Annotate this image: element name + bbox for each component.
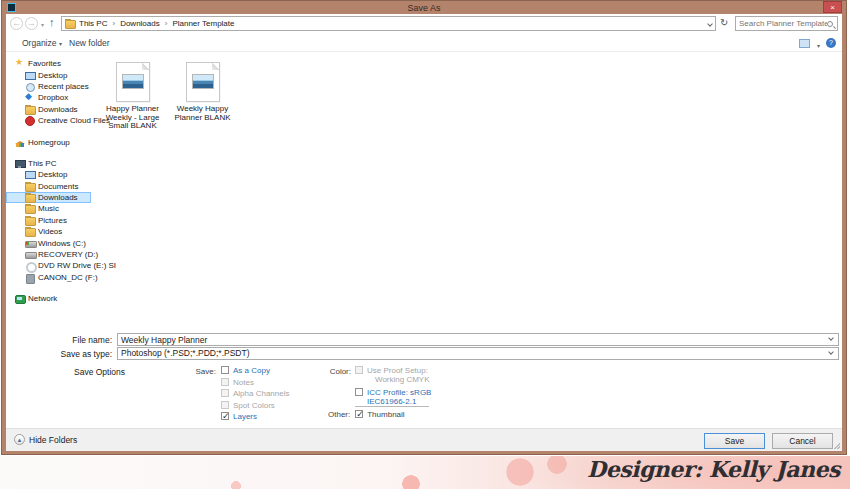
sidebar-item-label: Desktop <box>38 170 67 179</box>
network-icon <box>15 294 25 303</box>
sidebar-item-downloads-selected[interactable]: Downloads <box>6 192 91 203</box>
save-as-type-dropdown[interactable]: Photoshop (*.PSD;*.PDD;*.PSDT) <box>117 347 839 360</box>
sidebar-item-music[interactable]: Music <box>6 203 91 214</box>
hide-folders-button[interactable]: ▲ Hide Folders <box>14 434 77 445</box>
sidebar-item-desktop[interactable]: Desktop <box>6 69 91 80</box>
checkbox-icon <box>221 378 229 386</box>
sidebar-item-recovery-d[interactable]: RECOVERY (D:) <box>6 249 91 260</box>
page-fold-icon <box>142 63 149 70</box>
psd-file-icon <box>116 62 150 102</box>
history-dropdown-icon[interactable]: ▾ <box>41 21 44 28</box>
sidebar-section-homegroup[interactable]: Homegroup <box>6 136 91 147</box>
checkbox-icon[interactable] <box>221 412 229 420</box>
address-bar[interactable]: This PC › Downloads › Planner Template <box>61 16 716 31</box>
checkbox-layers[interactable]: Layers <box>221 412 257 421</box>
save-as-type-field-label: Save as type: <box>6 349 112 359</box>
sidebar-item-dvd-drive-e[interactable]: DVD RW Drive (E:) SI <box>6 260 91 271</box>
sidebar-item-windows-c[interactable]: Windows (C:) <box>6 237 91 248</box>
search-input[interactable] <box>736 19 827 28</box>
checkbox-icon <box>355 366 363 374</box>
footer-bar: ▲ Hide Folders Save Cancel <box>6 428 842 451</box>
image-thumbnail <box>122 74 144 89</box>
sidebar-item-dropbox[interactable]: Dropbox <box>6 92 91 103</box>
sidebar-item-downloads-favorite[interactable]: Downloads <box>6 104 91 115</box>
sidebar-item-label: Windows (C:) <box>38 239 86 248</box>
star-icon <box>15 59 25 68</box>
checkbox-spot-colors: Spot Colors <box>221 401 275 410</box>
sidebar-item-label: Downloads <box>38 105 78 114</box>
desktop-icon <box>25 170 35 179</box>
sidebar-section-this-pc[interactable]: This PC <box>6 158 91 169</box>
checkbox-label: Alpha Channels <box>233 389 289 398</box>
window-title: Save As <box>2 3 846 13</box>
forward-icon[interactable]: → <box>25 17 38 30</box>
up-icon[interactable]: ↑ <box>49 16 55 28</box>
checkbox-icon <box>221 389 229 397</box>
sidebar-item-pc-desktop[interactable]: Desktop <box>6 169 91 180</box>
checkbox-label: Layers <box>233 412 257 421</box>
file-item[interactable]: Weekly Happy Planner BLANK <box>174 62 231 122</box>
file-list[interactable]: Happy Planner Weekly - Large Small BLANK… <box>91 53 842 332</box>
help-icon[interactable]: ? <box>826 38 836 48</box>
view-dropdown-icon[interactable]: ▾ <box>817 42 820 49</box>
file-name-field-label: File name: <box>6 335 112 345</box>
sidebar-section-network[interactable]: Network <box>6 293 91 304</box>
file-name-input[interactable] <box>118 334 838 345</box>
checkbox-notes: Notes <box>221 378 254 387</box>
save-options-panel: Save Options Save: As a Copy Notes Alpha… <box>6 364 842 426</box>
address-dropdown-icon[interactable] <box>708 19 712 28</box>
new-folder-button[interactable]: New folder <box>69 38 110 48</box>
recent-places-icon <box>25 82 35 91</box>
sidebar-section-favorites[interactable]: Favorites <box>6 58 91 69</box>
close-icon[interactable]: × <box>823 1 842 13</box>
breadcrumb-separator: › <box>112 19 115 28</box>
sidebar-item-creative-cloud[interactable]: Creative Cloud Files <box>6 115 91 126</box>
view-mode-icon[interactable] <box>799 39 810 48</box>
dvd-drive-icon <box>25 261 35 270</box>
sidebar: Favorites Desktop Recent places Dropbox … <box>6 53 91 332</box>
file-name-combobox[interactable] <box>117 333 839 346</box>
checkbox-icon <box>221 401 229 409</box>
music-folder-icon <box>25 204 35 213</box>
cancel-button[interactable]: Cancel <box>772 433 833 449</box>
sidebar-gap <box>6 283 91 293</box>
resize-grip[interactable] <box>834 443 840 449</box>
back-icon[interactable]: ← <box>10 17 23 30</box>
file-name-label: Weekly Happy Planner BLANK <box>174 105 231 122</box>
sidebar-item-videos[interactable]: Videos <box>6 226 91 237</box>
psd-file-icon <box>186 62 220 102</box>
sidebar-item-documents[interactable]: Documents <box>6 181 91 192</box>
organize-button[interactable]: Organize ▾ <box>22 38 62 48</box>
sidebar-item-recent-places[interactable]: Recent places <box>6 81 91 92</box>
downloads-folder-icon <box>25 105 35 114</box>
checkbox-as-a-copy[interactable]: As a Copy <box>221 366 270 375</box>
sidebar-item-label: Pictures <box>38 216 67 225</box>
sidebar-item-label: Documents <box>38 182 78 191</box>
save-as-type-value: Photoshop (*.PSD;*.PDD;*.PSDT) <box>118 348 838 359</box>
search-box[interactable] <box>735 16 838 31</box>
sidebar-item-label: Recent places <box>38 82 89 91</box>
sidebar-item-pictures[interactable]: Pictures <box>6 215 91 226</box>
breadcrumb-downloads[interactable]: Downloads <box>119 19 161 28</box>
file-name-label: Happy Planner Weekly - Large Small BLANK <box>104 105 161 131</box>
file-item[interactable]: Happy Planner Weekly - Large Small BLANK <box>104 62 161 131</box>
checkbox-thumbnail[interactable] <box>355 410 363 418</box>
hide-folders-label: Hide Folders <box>29 435 77 445</box>
checkbox-icon[interactable] <box>221 366 229 374</box>
dialog-body: ← → ▾ ↑ This PC › Downloads › Planner Te… <box>6 14 842 451</box>
file-name-row: File name: <box>6 333 842 346</box>
checkbox-icon[interactable] <box>355 388 363 396</box>
navigation-bar: ← → ▾ ↑ This PC › Downloads › Planner Te… <box>6 14 842 34</box>
checkbox-icc-profile[interactable]: ICC Profile: sRGB IEC61966-2.1 <box>355 388 431 406</box>
breadcrumb-planner-template[interactable]: Planner Template <box>171 19 235 28</box>
page-fold-icon <box>212 63 219 70</box>
sidebar-item-canon-dc-f[interactable]: CANON_DC (F:) <box>6 272 91 283</box>
chevron-up-icon: ▲ <box>14 434 25 445</box>
save-button[interactable]: Save <box>704 433 765 449</box>
recovery-drive-icon <box>25 250 35 259</box>
sidebar-item-label: Videos <box>38 227 62 236</box>
refresh-icon[interactable]: ↻ <box>720 17 728 28</box>
title-bar: Save As × <box>2 1 846 14</box>
checkbox-label: ICC Profile: sRGB IEC61966-2.1 <box>367 388 431 406</box>
breadcrumb-this-pc[interactable]: This PC <box>78 19 108 28</box>
